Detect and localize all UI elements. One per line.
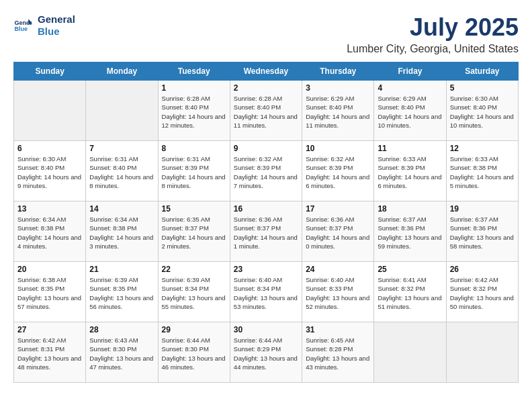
main-title: July 2025 xyxy=(347,13,519,42)
calendar-cell: 29Sunrise: 6:44 AM Sunset: 8:30 PM Dayli… xyxy=(158,322,230,383)
day-info: Sunrise: 6:44 AM Sunset: 8:29 PM Dayligh… xyxy=(234,336,298,371)
header-day-thursday: Thursday xyxy=(302,62,374,81)
subtitle: Lumber City, Georgia, United States xyxy=(347,43,519,55)
week-row-5: 27Sunrise: 6:42 AM Sunset: 8:31 PM Dayli… xyxy=(14,322,519,383)
day-info: Sunrise: 6:40 AM Sunset: 8:33 PM Dayligh… xyxy=(306,275,370,311)
day-info: Sunrise: 6:42 AM Sunset: 8:31 PM Dayligh… xyxy=(17,336,82,371)
day-info: Sunrise: 6:37 AM Sunset: 8:36 PM Dayligh… xyxy=(450,215,515,250)
calendar-cell: 13Sunrise: 6:34 AM Sunset: 8:38 PM Dayli… xyxy=(14,201,86,262)
day-number: 18 xyxy=(378,204,442,214)
day-info: Sunrise: 6:29 AM Sunset: 8:40 PM Dayligh… xyxy=(378,94,442,130)
day-number: 25 xyxy=(378,265,442,274)
logo-text-general: General xyxy=(38,13,75,26)
day-info: Sunrise: 6:33 AM Sunset: 8:38 PM Dayligh… xyxy=(450,154,515,190)
day-info: Sunrise: 6:36 AM Sunset: 8:37 PM Dayligh… xyxy=(306,215,370,250)
calendar-header: SundayMondayTuesdayWednesdayThursdayFrid… xyxy=(14,62,519,81)
day-info: Sunrise: 6:42 AM Sunset: 8:32 PM Dayligh… xyxy=(450,275,515,311)
day-info: Sunrise: 6:34 AM Sunset: 8:38 PM Dayligh… xyxy=(17,215,82,250)
calendar-cell: 11Sunrise: 6:33 AM Sunset: 8:39 PM Dayli… xyxy=(374,141,446,201)
calendar-cell: 1Sunrise: 6:28 AM Sunset: 8:40 PM Daylig… xyxy=(158,81,230,141)
week-row-1: 1Sunrise: 6:28 AM Sunset: 8:40 PM Daylig… xyxy=(14,81,519,141)
day-number: 4 xyxy=(378,83,442,93)
title-area: July 2025 Lumber City, Georgia, United S… xyxy=(347,13,519,55)
day-info: Sunrise: 6:28 AM Sunset: 8:40 PM Dayligh… xyxy=(162,94,226,130)
calendar-cell: 17Sunrise: 6:36 AM Sunset: 8:37 PM Dayli… xyxy=(302,201,374,262)
calendar-cell: 21Sunrise: 6:39 AM Sunset: 8:35 PM Dayli… xyxy=(86,262,158,322)
header-day-friday: Friday xyxy=(374,62,446,81)
calendar-cell: 20Sunrise: 6:38 AM Sunset: 8:35 PM Dayli… xyxy=(14,262,86,322)
day-info: Sunrise: 6:41 AM Sunset: 8:32 PM Dayligh… xyxy=(378,275,442,311)
calendar-cell: 26Sunrise: 6:42 AM Sunset: 8:32 PM Dayli… xyxy=(446,262,518,322)
day-number: 1 xyxy=(162,83,226,93)
day-number: 3 xyxy=(306,83,370,93)
day-number: 15 xyxy=(162,204,226,214)
day-info: Sunrise: 6:30 AM Sunset: 8:40 PM Dayligh… xyxy=(450,94,515,130)
day-number: 16 xyxy=(234,204,298,214)
day-number: 22 xyxy=(162,265,226,274)
calendar-cell: 14Sunrise: 6:34 AM Sunset: 8:38 PM Dayli… xyxy=(86,201,158,262)
day-number: 12 xyxy=(450,144,515,153)
calendar-cell xyxy=(374,322,446,383)
calendar-cell: 7Sunrise: 6:31 AM Sunset: 8:40 PM Daylig… xyxy=(86,141,158,201)
day-number: 21 xyxy=(89,265,154,274)
calendar-cell: 19Sunrise: 6:37 AM Sunset: 8:36 PM Dayli… xyxy=(446,201,518,262)
day-info: Sunrise: 6:38 AM Sunset: 8:35 PM Dayligh… xyxy=(17,275,82,311)
day-info: Sunrise: 6:39 AM Sunset: 8:35 PM Dayligh… xyxy=(89,275,154,311)
day-info: Sunrise: 6:31 AM Sunset: 8:40 PM Dayligh… xyxy=(89,154,154,190)
day-number: 30 xyxy=(234,325,298,334)
day-number: 23 xyxy=(234,265,298,274)
calendar-cell: 6Sunrise: 6:30 AM Sunset: 8:40 PM Daylig… xyxy=(14,141,86,201)
calendar-cell xyxy=(446,322,518,383)
header: General Blue General Blue July 2025 Lumb… xyxy=(13,13,519,55)
svg-text:Blue: Blue xyxy=(14,26,28,32)
day-info: Sunrise: 6:33 AM Sunset: 8:39 PM Dayligh… xyxy=(378,154,442,190)
calendar-cell: 30Sunrise: 6:44 AM Sunset: 8:29 PM Dayli… xyxy=(230,322,302,383)
day-number: 28 xyxy=(89,325,154,334)
day-info: Sunrise: 6:28 AM Sunset: 8:40 PM Dayligh… xyxy=(234,94,298,130)
day-number: 29 xyxy=(162,325,226,334)
calendar-cell: 10Sunrise: 6:32 AM Sunset: 8:39 PM Dayli… xyxy=(302,141,374,201)
calendar-cell: 23Sunrise: 6:40 AM Sunset: 8:34 PM Dayli… xyxy=(230,262,302,322)
calendar-cell: 25Sunrise: 6:41 AM Sunset: 8:32 PM Dayli… xyxy=(374,262,446,322)
day-info: Sunrise: 6:32 AM Sunset: 8:39 PM Dayligh… xyxy=(234,154,298,190)
day-info: Sunrise: 6:35 AM Sunset: 8:37 PM Dayligh… xyxy=(162,215,226,250)
calendar-body: 1Sunrise: 6:28 AM Sunset: 8:40 PM Daylig… xyxy=(14,81,519,383)
day-info: Sunrise: 6:45 AM Sunset: 8:28 PM Dayligh… xyxy=(306,336,370,371)
header-day-tuesday: Tuesday xyxy=(158,62,230,81)
calendar-cell: 15Sunrise: 6:35 AM Sunset: 8:37 PM Dayli… xyxy=(158,201,230,262)
day-number: 31 xyxy=(306,325,370,334)
day-number: 27 xyxy=(17,325,82,334)
calendar-cell xyxy=(86,81,158,141)
calendar-cell: 18Sunrise: 6:37 AM Sunset: 8:36 PM Dayli… xyxy=(374,201,446,262)
logo: General Blue General Blue xyxy=(13,13,75,38)
day-number: 11 xyxy=(378,144,442,153)
day-number: 19 xyxy=(450,204,515,214)
calendar-cell: 8Sunrise: 6:31 AM Sunset: 8:39 PM Daylig… xyxy=(158,141,230,201)
day-number: 7 xyxy=(89,144,154,153)
header-day-wednesday: Wednesday xyxy=(230,62,302,81)
calendar-cell: 27Sunrise: 6:42 AM Sunset: 8:31 PM Dayli… xyxy=(14,322,86,383)
logo-icon: General Blue xyxy=(13,16,32,35)
day-info: Sunrise: 6:44 AM Sunset: 8:30 PM Dayligh… xyxy=(162,336,226,371)
day-info: Sunrise: 6:39 AM Sunset: 8:34 PM Dayligh… xyxy=(162,275,226,311)
week-row-2: 6Sunrise: 6:30 AM Sunset: 8:40 PM Daylig… xyxy=(14,141,519,201)
day-number: 10 xyxy=(306,144,370,153)
day-number: 8 xyxy=(162,144,226,153)
day-number: 24 xyxy=(306,265,370,274)
calendar-cell: 24Sunrise: 6:40 AM Sunset: 8:33 PM Dayli… xyxy=(302,262,374,322)
day-number: 2 xyxy=(234,83,298,93)
day-info: Sunrise: 6:32 AM Sunset: 8:39 PM Dayligh… xyxy=(306,154,370,190)
calendar-cell: 31Sunrise: 6:45 AM Sunset: 8:28 PM Dayli… xyxy=(302,322,374,383)
day-number: 5 xyxy=(450,83,515,93)
week-row-3: 13Sunrise: 6:34 AM Sunset: 8:38 PM Dayli… xyxy=(14,201,519,262)
header-day-saturday: Saturday xyxy=(446,62,518,81)
day-info: Sunrise: 6:31 AM Sunset: 8:39 PM Dayligh… xyxy=(162,154,226,190)
day-number: 14 xyxy=(89,204,154,214)
day-info: Sunrise: 6:43 AM Sunset: 8:30 PM Dayligh… xyxy=(89,336,154,371)
day-number: 17 xyxy=(306,204,370,214)
day-info: Sunrise: 6:30 AM Sunset: 8:40 PM Dayligh… xyxy=(17,154,82,190)
week-row-4: 20Sunrise: 6:38 AM Sunset: 8:35 PM Dayli… xyxy=(14,262,519,322)
calendar-cell: 22Sunrise: 6:39 AM Sunset: 8:34 PM Dayli… xyxy=(158,262,230,322)
calendar-cell: 3Sunrise: 6:29 AM Sunset: 8:40 PM Daylig… xyxy=(302,81,374,141)
day-number: 13 xyxy=(17,204,82,214)
